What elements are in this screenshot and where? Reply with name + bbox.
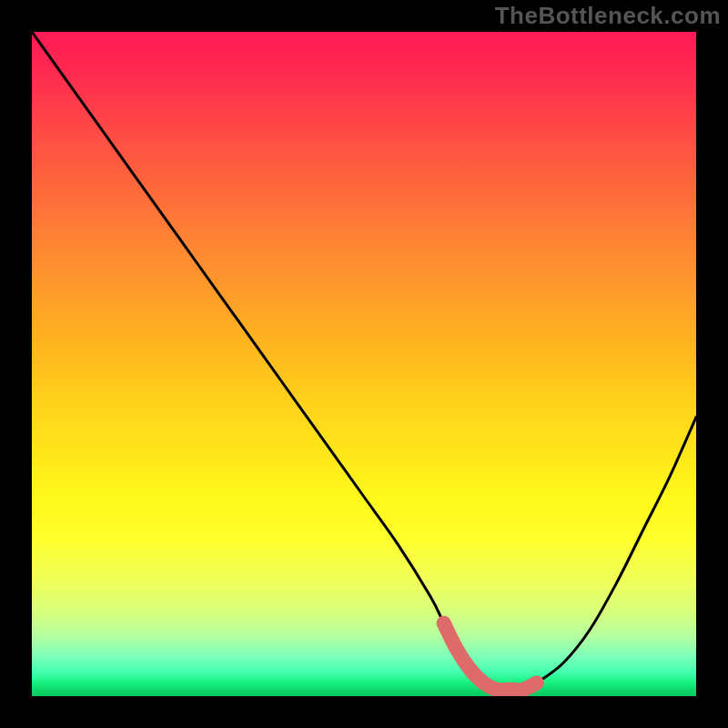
watermark-text: TheBottleneck.com	[495, 2, 721, 30]
chart-frame: TheBottleneck.com	[0, 0, 728, 728]
gradient-plot-area	[32, 32, 696, 696]
